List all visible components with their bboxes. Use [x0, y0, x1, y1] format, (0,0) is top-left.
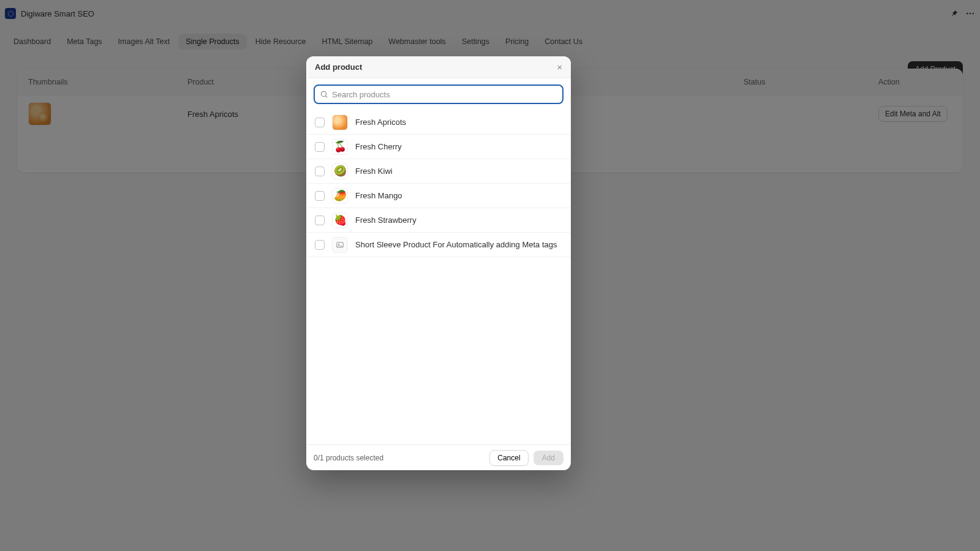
product-option[interactable]: Short Sleeve Product For Automatically a…: [306, 233, 571, 257]
product-thumb-strawberry: 🍓: [332, 212, 348, 228]
product-option-name: Fresh Apricots: [355, 118, 406, 127]
checkbox[interactable]: [315, 167, 325, 176]
close-icon: ×: [557, 62, 562, 72]
selection-count: 0/1 products selected: [314, 454, 383, 462]
product-option[interactable]: 🍒 Fresh Cherry: [306, 135, 571, 159]
add-button[interactable]: Add: [533, 451, 564, 465]
product-option-name: Short Sleeve Product For Automatically a…: [355, 240, 557, 249]
modal-title: Add product: [315, 62, 362, 72]
product-option-name: Fresh Strawberry: [355, 216, 417, 225]
product-option[interactable]: Fresh Apricots: [306, 110, 571, 135]
checkbox[interactable]: [315, 216, 325, 225]
product-thumb-cherry: 🍒: [332, 139, 348, 155]
add-product-modal: Add product × Fresh Apricots 🍒 Fresh Che…: [306, 56, 571, 470]
checkbox[interactable]: [315, 118, 325, 127]
checkbox[interactable]: [315, 191, 325, 201]
cancel-button[interactable]: Cancel: [489, 450, 528, 466]
product-option[interactable]: 🍓 Fresh Strawberry: [306, 208, 571, 233]
product-thumb-placeholder: [332, 237, 348, 253]
modal-footer: 0/1 products selected Cancel Add: [306, 444, 571, 470]
svg-point-4: [321, 91, 326, 96]
svg-line-5: [326, 96, 328, 98]
search-field-wrapper[interactable]: [314, 84, 564, 104]
product-option-name: Fresh Cherry: [355, 142, 402, 151]
product-thumb-apricot: [332, 114, 348, 130]
checkbox[interactable]: [315, 142, 325, 152]
product-option-name: Fresh Mango: [355, 191, 402, 200]
search-input[interactable]: [332, 90, 557, 99]
modal-close-button[interactable]: ×: [557, 62, 562, 72]
checkbox[interactable]: [315, 240, 325, 250]
product-option[interactable]: 🥭 Fresh Mango: [306, 184, 571, 208]
product-list: Fresh Apricots 🍒 Fresh Cherry 🥝 Fresh Ki…: [306, 110, 571, 444]
product-thumb-mango: 🥭: [332, 188, 348, 204]
modal-header: Add product ×: [306, 56, 571, 78]
image-placeholder-icon: [336, 241, 344, 249]
product-option-name: Fresh Kiwi: [355, 167, 393, 176]
product-thumb-kiwi: 🥝: [332, 163, 348, 179]
search-icon: [320, 90, 328, 99]
product-option[interactable]: 🥝 Fresh Kiwi: [306, 159, 571, 184]
